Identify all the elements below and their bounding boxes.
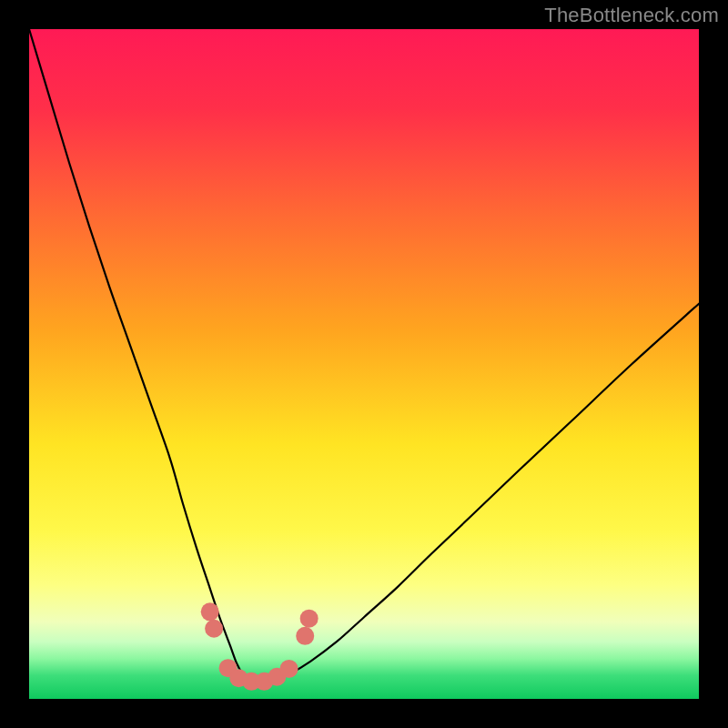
marker-point	[280, 660, 298, 678]
gradient-background	[29, 29, 699, 699]
marker-point	[300, 610, 318, 628]
marker-point	[201, 602, 219, 621]
marker-point	[296, 627, 314, 645]
chart-svg	[29, 29, 699, 699]
watermark: TheBottleneck.com	[544, 4, 719, 27]
chart-frame: TheBottleneck.com	[0, 0, 728, 728]
plot-area	[29, 29, 699, 699]
marker-point	[205, 620, 223, 638]
